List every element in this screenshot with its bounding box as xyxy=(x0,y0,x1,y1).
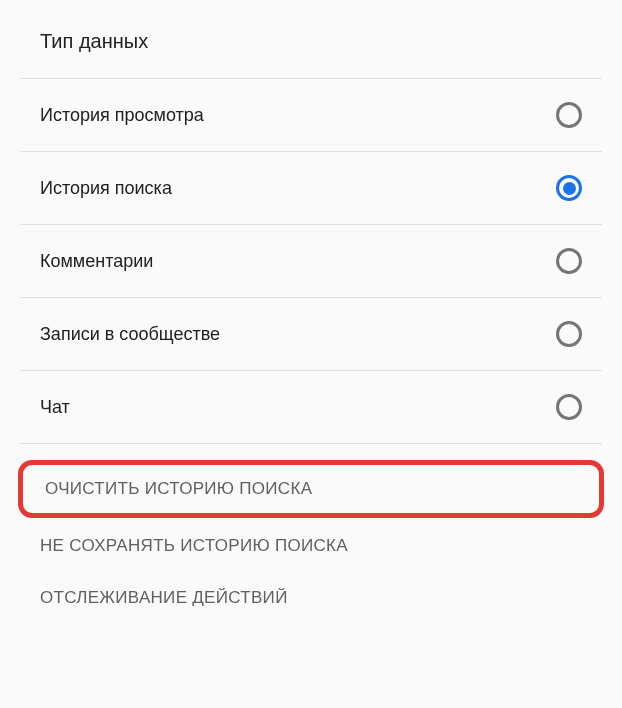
action-section: ОЧИСТИТЬ ИСТОРИЮ ПОИСКА НЕ СОХРАНЯТЬ ИСТ… xyxy=(0,444,622,624)
radio-row-community-posts[interactable]: Записи в сообществе xyxy=(0,298,622,370)
radio-label: История поиска xyxy=(40,178,172,199)
radio-icon xyxy=(556,394,582,420)
radio-row-search-history[interactable]: История поиска xyxy=(0,152,622,224)
radio-icon xyxy=(556,175,582,201)
radio-label: Комментарии xyxy=(40,251,153,272)
radio-label: История просмотра xyxy=(40,105,204,126)
radio-icon xyxy=(556,102,582,128)
action-clear-search-history[interactable]: ОЧИСТИТЬ ИСТОРИЮ ПОИСКА xyxy=(23,465,599,513)
radio-row-watch-history[interactable]: История просмотра xyxy=(0,79,622,151)
highlight-box: ОЧИСТИТЬ ИСТОРИЮ ПОИСКА xyxy=(18,460,604,518)
radio-row-comments[interactable]: Комментарии xyxy=(0,225,622,297)
data-type-panel: Тип данных История просмотра История пои… xyxy=(0,0,622,624)
radio-icon xyxy=(556,248,582,274)
action-activity-tracking[interactable]: ОТСЛЕЖИВАНИЕ ДЕЙСТВИЙ xyxy=(0,572,622,624)
section-title: Тип данных xyxy=(0,0,622,78)
radio-label: Записи в сообществе xyxy=(40,324,220,345)
action-pause-search-history[interactable]: НЕ СОХРАНЯТЬ ИСТОРИЮ ПОИСКА xyxy=(0,520,622,572)
radio-icon xyxy=(556,321,582,347)
radio-row-chat[interactable]: Чат xyxy=(0,371,622,443)
radio-label: Чат xyxy=(40,397,70,418)
